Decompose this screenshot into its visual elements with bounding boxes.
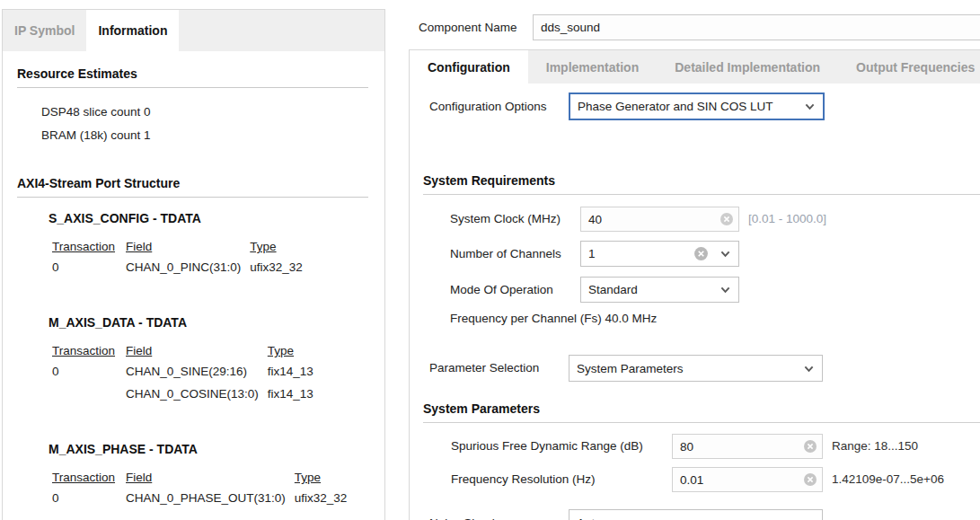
mode-dropdown[interactable]: Standard	[580, 277, 739, 303]
resource-estimate-dsp48: DSP48 slice count 0	[41, 101, 368, 124]
frequency-resolution-input[interactable]	[672, 467, 823, 492]
col-type: Type	[295, 471, 348, 491]
system-parameters-heading: System Parameters	[423, 401, 980, 423]
mode-label: Mode Of Operation	[450, 277, 553, 303]
component-name-input[interactable]	[533, 14, 980, 40]
parameter-selection-value: System Parameters	[577, 362, 798, 375]
col-type: Type	[250, 240, 303, 260]
information-content: Resource Estimates DSP48 slice count 0 B…	[3, 66, 384, 514]
channels-dropdown[interactable]: 1	[580, 241, 739, 267]
tab-implementation[interactable]: Implementation	[528, 50, 657, 84]
configuration-options-row: Configuration Options Phase Generator an…	[410, 93, 980, 120]
tab-output-frequencies[interactable]: Output Frequencies	[838, 50, 980, 84]
port-table-section-m-axis-phase: M_AXIS_PHASE - TDATA Transaction Field T…	[49, 442, 368, 514]
table-row: CHAN_0_COSINE(13:0) fix14_13	[52, 387, 313, 410]
table-header-row: Transaction Field Type	[52, 240, 303, 260]
port-table-section-m-axis-data: M_AXIS_DATA - TDATA Transaction Field Ty…	[49, 315, 368, 410]
cell-type: fix14_13	[268, 387, 313, 410]
channels-row: Number of Channels 1	[410, 241, 980, 267]
noise-shaping-row: Noise Shaping Auto	[410, 509, 980, 520]
sfdr-input[interactable]	[672, 434, 823, 459]
resource-estimates-list: DSP48 slice count 0 BRAM (18k) count 1	[41, 101, 368, 147]
sfdr-row: Spurious Free Dynamic Range (dB) Range: …	[410, 434, 980, 459]
clear-icon[interactable]	[693, 246, 709, 261]
col-transaction: Transaction	[52, 471, 126, 491]
cell-transaction	[52, 387, 126, 410]
resource-estimate-bram: BRAM (18k) count 1	[41, 124, 368, 147]
table-row: 0 CHAN_0_PINC(31:0) ufix32_32	[52, 260, 303, 283]
cell-type: fix14_13	[268, 365, 313, 387]
tab-implementation-label: Implementation	[546, 60, 639, 75]
configuration-options-value: Phase Generator and SIN COS LUT	[578, 100, 799, 113]
frequency-resolution-label: Frequency Resolution (Hz)	[451, 467, 596, 492]
frequency-resolution-row: Frequency Resolution (Hz) 1.42109e-07...…	[410, 467, 980, 492]
frequency-resolution-range-hint: 1.42109e-07...5e+06	[832, 467, 944, 492]
sfdr-field	[672, 434, 823, 459]
sfdr-label: Spurious Free Dynamic Range (dB)	[451, 434, 643, 459]
channels-label: Number of Channels	[450, 241, 561, 267]
cell-type: ufix32_32	[295, 491, 348, 514]
resource-estimates-heading: Resource Estimates	[17, 66, 368, 88]
cell-field: CHAN_0_PHASE_OUT(31:0)	[126, 491, 295, 514]
col-transaction: Transaction	[52, 344, 126, 365]
mode-value: Standard	[588, 283, 714, 296]
cell-transaction: 0	[52, 365, 126, 387]
col-field: Field	[126, 240, 250, 260]
system-clock-range-hint: [0.01 - 1000.0]	[748, 207, 826, 232]
component-name-label: Component Name	[419, 14, 517, 40]
tab-ip-symbol-label: IP Symbol	[14, 23, 75, 38]
col-transaction: Transaction	[52, 240, 126, 260]
port-table-section-s-axis-config: S_AXIS_CONFIG - TDATA Transaction Field …	[49, 211, 368, 283]
port-table-title: M_AXIS_DATA - TDATA	[49, 315, 368, 330]
cell-transaction: 0	[52, 491, 126, 514]
table-header-row: Transaction Field Type	[52, 344, 313, 365]
col-type: Type	[268, 344, 313, 365]
tab-detailed-implementation-label: Detailed Implementation	[675, 60, 820, 75]
system-clock-row: System Clock (MHz) [0.01 - 1000.0]	[410, 207, 980, 232]
port-table: Transaction Field Type 0 CHAN_0_PINC(31:…	[52, 240, 303, 283]
sfdr-range-hint: Range: 18...150	[832, 434, 918, 459]
mode-row: Mode Of Operation Standard	[410, 277, 980, 303]
chevron-down-icon[interactable]	[804, 101, 816, 112]
chevron-down-icon[interactable]	[720, 284, 731, 295]
tab-ip-symbol[interactable]: IP Symbol	[3, 10, 86, 51]
tab-detailed-implementation[interactable]: Detailed Implementation	[657, 50, 838, 84]
tab-output-frequencies-label: Output Frequencies	[856, 60, 975, 75]
table-header-row: Transaction Field Type	[52, 471, 347, 491]
cell-field: CHAN_0_SINE(29:16)	[126, 365, 268, 387]
chevron-down-icon[interactable]	[720, 248, 731, 260]
port-table-title: S_AXIS_CONFIG - TDATA	[49, 211, 368, 225]
col-field: Field	[126, 344, 268, 365]
parameter-selection-row: Parameter Selection System Parameters	[410, 355, 980, 382]
left-tabstrip: IP Symbol Information	[3, 10, 384, 51]
noise-shaping-label: Noise Shaping	[429, 509, 508, 520]
parameter-selection-dropdown[interactable]: System Parameters	[569, 355, 823, 382]
system-clock-label: System Clock (MHz)	[450, 207, 561, 232]
configuration-groupbox: Configuration Implementation Detailed Im…	[409, 49, 980, 520]
frequency-resolution-field	[672, 467, 823, 492]
clear-icon[interactable]	[720, 212, 734, 226]
cell-transaction: 0	[52, 260, 126, 283]
frequency-per-channel-note: Frequency per Channel (Fs) 40.0 MHz	[450, 312, 657, 325]
system-clock-input[interactable]	[580, 207, 739, 232]
system-clock-field	[580, 207, 739, 232]
clear-icon[interactable]	[803, 472, 817, 487]
right-tabstrip: Configuration Implementation Detailed Im…	[410, 50, 980, 84]
clear-icon[interactable]	[803, 439, 817, 454]
tab-information-label: Information	[98, 23, 167, 38]
cell-type: ufix32_32	[250, 260, 303, 283]
tab-configuration[interactable]: Configuration	[410, 50, 528, 84]
port-table: Transaction Field Type 0 CHAN_0_PHASE_OU…	[52, 471, 347, 514]
parameter-selection-label: Parameter Selection	[429, 355, 539, 382]
channels-value: 1	[588, 247, 688, 260]
table-row: 0 CHAN_0_PHASE_OUT(31:0) ufix32_32	[52, 491, 347, 514]
cell-field: CHAN_0_PINC(31:0)	[126, 260, 250, 283]
system-requirements-heading: System Requirements	[423, 173, 980, 195]
noise-shaping-dropdown[interactable]: Auto	[569, 509, 823, 520]
configuration-options-label: Configuration Options	[429, 93, 547, 120]
configuration-options-dropdown[interactable]: Phase Generator and SIN COS LUT	[569, 93, 825, 120]
chevron-down-icon[interactable]	[803, 363, 815, 375]
port-table-title: M_AXIS_PHASE - TDATA	[49, 442, 368, 456]
tab-configuration-label: Configuration	[428, 60, 510, 75]
tab-information[interactable]: Information	[86, 10, 179, 51]
